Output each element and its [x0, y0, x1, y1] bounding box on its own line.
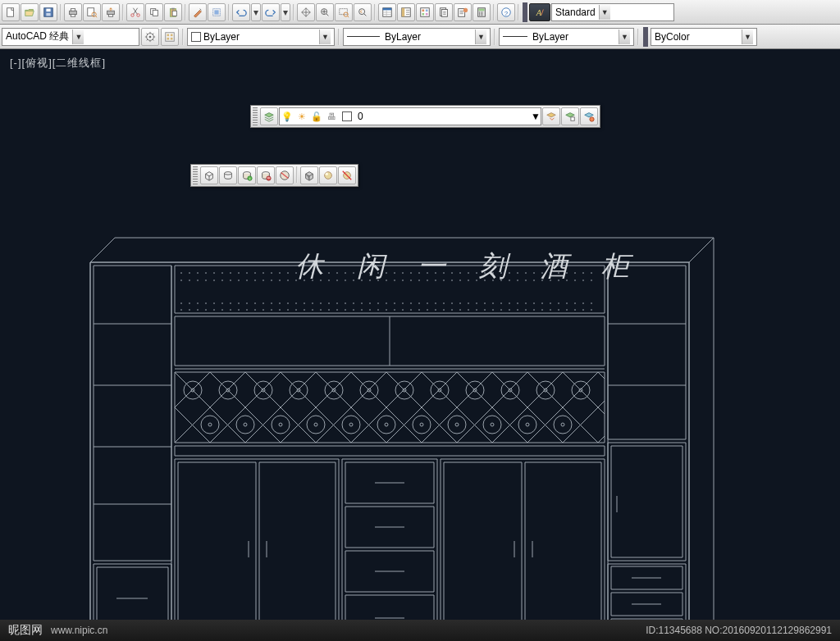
separator — [296, 166, 298, 183]
print-icon[interactable] — [64, 3, 82, 21]
sheet-set-icon[interactable] — [435, 3, 453, 21]
help-icon[interactable]: ? — [497, 3, 515, 21]
svg-rect-3 — [46, 12, 50, 16]
svg-rect-46 — [171, 34, 173, 36]
svg-point-142 — [561, 423, 564, 426]
svg-rect-6 — [71, 14, 75, 16]
panel-divider — [523, 2, 527, 22]
svg-rect-2 — [46, 8, 50, 11]
layer-previous-icon[interactable] — [542, 107, 560, 125]
visual-styles-toolbar: + — [190, 164, 358, 187]
image-meta: ID:11345688 NO:20160920112129862991 — [646, 625, 832, 636]
watermark-footer: 昵图网 www.nipic.cn ID:11345688 NO:20160920… — [0, 620, 840, 641]
layer-state-icon[interactable] — [561, 107, 579, 125]
separator — [60, 4, 62, 20]
open-icon[interactable] — [21, 3, 39, 21]
svg-point-122 — [208, 423, 212, 426]
svg-point-50 — [590, 117, 594, 121]
chevron-down-icon: ▼ — [742, 30, 753, 44]
svg-point-135 — [448, 416, 466, 434]
color-combo[interactable]: ByLayer ▼ — [187, 28, 335, 46]
viewport-label[interactable]: [-][俯视][二维线框] — [10, 56, 106, 70]
save-icon[interactable] — [39, 3, 57, 21]
plot-icon: 🖶 — [324, 109, 339, 124]
svg-rect-48 — [171, 37, 173, 39]
design-center-icon[interactable] — [397, 3, 415, 21]
vs-shaded-icon[interactable] — [300, 166, 318, 184]
properties-icon[interactable] — [378, 3, 396, 21]
svg-rect-19 — [214, 10, 218, 14]
redo-dropdown[interactable]: ▾ — [281, 3, 290, 21]
layer-color-swatch — [342, 111, 352, 121]
plotstyle-combo[interactable]: ByColor ▼ — [651, 28, 757, 46]
paste-icon[interactable] — [164, 3, 182, 21]
linetype-value: ByLayer — [385, 31, 421, 43]
tool-palettes-icon[interactable] — [416, 3, 434, 21]
toolbar-grip[interactable] — [193, 166, 198, 184]
separator — [182, 29, 184, 45]
layer-manager-icon[interactable] — [260, 107, 278, 125]
toolbar-grip[interactable] — [253, 107, 258, 125]
lineweight-value: ByLayer — [532, 31, 568, 43]
chevron-down-icon: ▼ — [599, 5, 610, 20]
cut-icon[interactable] — [126, 3, 144, 21]
svg-rect-27 — [402, 7, 405, 16]
workspace-value: AutoCAD 经典 — [6, 30, 69, 43]
color-value: ByLayer — [203, 31, 240, 43]
separator — [518, 4, 519, 20]
workspace-lock-icon[interactable] — [161, 28, 179, 46]
svg-point-133 — [413, 416, 431, 434]
color-swatch — [191, 32, 201, 42]
svg-line-62 — [689, 238, 714, 262]
workspace-combo[interactable]: AutoCAD 经典 ▼ — [2, 28, 139, 46]
workspace-settings-icon[interactable] — [141, 28, 159, 46]
plotstyle-value: ByColor — [655, 31, 690, 43]
vs-shaded-edges-icon[interactable] — [319, 166, 337, 184]
copy-icon[interactable] — [145, 3, 163, 21]
svg-rect-21 — [340, 8, 348, 14]
undo-icon[interactable] — [232, 3, 250, 21]
svg-rect-47 — [167, 37, 170, 39]
brand-text: 昵图网 — [8, 623, 43, 638]
match-props-icon[interactable] — [189, 3, 207, 21]
publish-icon[interactable] — [102, 3, 120, 21]
zoom-window-icon[interactable] — [335, 3, 353, 21]
undo-dropdown[interactable]: ▾ — [251, 3, 261, 21]
svg-text:?: ? — [504, 9, 509, 16]
zoom-previous-icon[interactable] — [354, 3, 372, 21]
separator — [374, 4, 376, 20]
block-editor-icon[interactable] — [208, 3, 226, 21]
svg-point-138 — [491, 423, 494, 426]
vs-3d-wireframe-icon[interactable] — [219, 166, 237, 184]
layer-combo[interactable]: 💡 ☀ 🔓 🖶 0 ▼ — [279, 107, 541, 125]
svg-rect-149 — [342, 459, 437, 641]
text-style-combo[interactable]: Standard ▼ — [551, 3, 674, 21]
vs-2d-wireframe-icon[interactable] — [200, 166, 218, 184]
new-icon[interactable] — [2, 3, 20, 21]
layer-isolate-icon[interactable] — [580, 107, 598, 125]
vs-manage-icon[interactable] — [338, 166, 356, 184]
vs-hidden-icon[interactable]: + — [238, 166, 256, 184]
text-style-icon[interactable]: A — [529, 3, 550, 21]
sun-icon: ☀ — [294, 109, 309, 124]
svg-point-12 — [137, 13, 140, 16]
pan-icon[interactable] — [297, 3, 315, 21]
print-preview-icon[interactable] — [83, 3, 101, 21]
markup-icon[interactable] — [454, 3, 472, 21]
vs-realistic-icon[interactable] — [257, 166, 275, 184]
svg-rect-44 — [166, 32, 175, 41]
drawing-canvas[interactable]: [-][俯视][二维线框] 💡 ☀ 🔓 🖶 0 ▼ + — [0, 49, 840, 641]
svg-point-126 — [279, 423, 282, 426]
redo-icon[interactable] — [262, 3, 280, 21]
lineweight-combo[interactable]: ByLayer ▼ — [499, 28, 634, 46]
calculator-icon[interactable] — [472, 3, 491, 21]
svg-rect-4 — [70, 11, 77, 14]
linetype-combo[interactable]: ByLayer ▼ — [343, 28, 491, 46]
lineweight-preview — [503, 36, 527, 37]
svg-point-131 — [377, 416, 395, 434]
linetype-preview — [347, 36, 380, 37]
zoom-realtime-icon[interactable] — [316, 3, 334, 21]
svg-rect-30 — [426, 9, 428, 11]
chevron-down-icon: ▼ — [319, 30, 331, 44]
vs-conceptual-icon[interactable] — [276, 166, 294, 184]
